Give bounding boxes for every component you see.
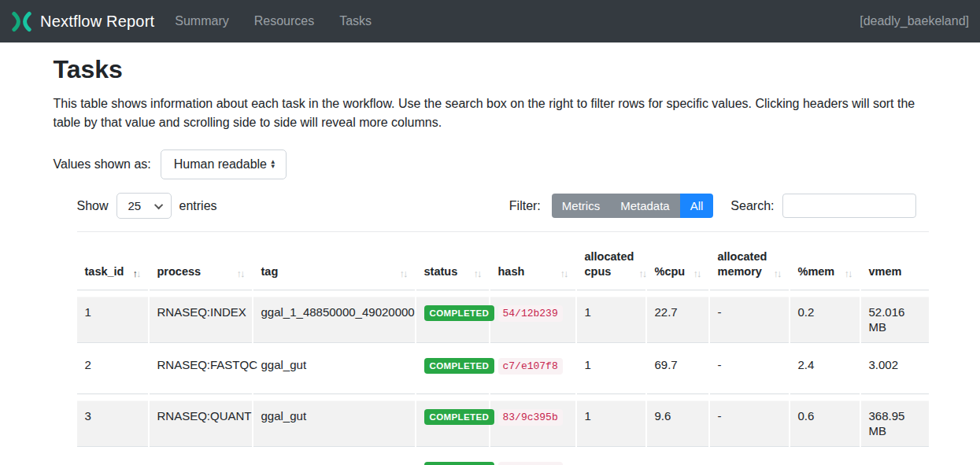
values-shown-selected: Human readable [174, 157, 267, 172]
cell-pct-mem: 1.4 [790, 447, 860, 465]
navbar-links: Summary Resources Tasks [175, 14, 860, 28]
column-header[interactable]: hash ↑↓ [490, 232, 576, 290]
cell-hash: c7/e107f8 [490, 343, 576, 394]
cell-tag: - [253, 447, 416, 465]
entries-length-select[interactable]: 25 [116, 193, 172, 219]
search-label: Search: [730, 199, 774, 213]
select-updown-icon: ▲▼ [270, 160, 276, 169]
cell-allocated-memory: - [709, 343, 790, 394]
nav-link[interactable]: Tasks [339, 14, 372, 28]
cell-tag: ggal_gut [253, 343, 416, 394]
navbar-brand[interactable]: Nextflow Report [11, 11, 154, 32]
filter-button-group: Metrics Metadata All [552, 194, 714, 218]
cell-pct-cpu: 9.6 [646, 394, 709, 447]
page-title: Tasks [54, 55, 927, 84]
column-header[interactable]: allocated cpus ↑↓ [576, 232, 646, 290]
column-header[interactable]: allocated memory ↑↓ [709, 232, 790, 290]
search-input[interactable] [782, 194, 916, 218]
filter-button[interactable]: Metadata [610, 194, 680, 218]
sort-icon: ↑↓ [634, 268, 645, 279]
column-header[interactable]: tag ↑↓ [253, 232, 416, 290]
cell-task-id: 2 [77, 343, 149, 394]
sort-icon: ↑↓ [689, 268, 701, 279]
cell-tag: ggal_1_48850000_49020000 [253, 290, 416, 343]
cell-pct-cpu: 42.8 [646, 447, 709, 465]
cell-tag: ggal_gut [253, 394, 416, 447]
cell-pct-cpu: 22.7 [646, 290, 709, 343]
page-description: This table shows information about each … [54, 94, 927, 132]
hash-code: 94/c235e1 [498, 462, 563, 465]
cell-process: RNASEQ:FASTQC [149, 343, 253, 394]
column-header[interactable]: process ↑↓ [149, 232, 253, 290]
cell-pct-mem: 0.2 [790, 290, 860, 343]
cell-pct-cpu: 69.7 [646, 343, 709, 394]
cell-status: COMPLETED [416, 394, 490, 447]
values-shown-label: Values shown as: [54, 157, 151, 172]
tasks-tbody: 1 RNASEQ:INDEX ggal_1_48850000_49020000 … [77, 290, 929, 465]
cell-task-id: 3 [77, 394, 149, 447]
sort-icon: ↑↓ [232, 268, 244, 279]
filter-button[interactable]: Metrics [552, 194, 610, 218]
cell-allocated-cpus: 1 [576, 447, 646, 465]
cell-allocated-memory: - [709, 394, 790, 447]
column-header[interactable]: %mem ↑↓ [790, 232, 860, 290]
cell-process: RNASEQ:QUANT [149, 394, 253, 447]
cell-allocated-memory: - [709, 290, 790, 343]
cell-hash: 94/c235e1 [490, 447, 576, 465]
tasks-table-scroll-area[interactable]: task_id ↑↓ process ↑↓ tag ↑↓ status ↑↓ h… [77, 231, 929, 465]
cell-status: COMPLETED [416, 343, 490, 394]
chevron-down-icon [153, 200, 162, 209]
table-row: 2 RNASEQ:FASTQC ggal_gut COMPLETED c7/e1… [77, 343, 929, 394]
header-row: task_id ↑↓ process ↑↓ tag ↑↓ status ↑↓ h… [77, 232, 929, 290]
cell-task-id: 4 [77, 447, 149, 465]
sort-icon: ↑↓ [840, 268, 852, 279]
sort-icon: ↑↓ [128, 268, 140, 279]
column-header[interactable]: %cpu ↑↓ [646, 232, 709, 290]
show-label: Show [77, 199, 109, 213]
nav-link[interactable]: Resources [254, 14, 314, 28]
tasks-table: task_id ↑↓ process ↑↓ tag ↑↓ status ↑↓ h… [77, 232, 929, 465]
cell-vmem: 571.58 MB [860, 447, 929, 465]
cell-vmem: 3.002 [860, 343, 929, 394]
table-row: 1 RNASEQ:INDEX ggal_1_48850000_49020000 … [77, 290, 929, 343]
hash-code: 54/12b239 [498, 305, 563, 322]
status-badge: COMPLETED [424, 409, 495, 425]
cell-allocated-cpus: 1 [576, 290, 646, 343]
top-navbar: Nextflow Report Summary Resources Tasks … [0, 0, 980, 42]
table-row: 3 RNASEQ:QUANT ggal_gut COMPLETED 83/9c3… [77, 394, 929, 447]
cell-status: COMPLETED [416, 290, 490, 343]
sort-icon: ↑↓ [469, 268, 481, 279]
run-name: [deadly_baekeland] [860, 14, 969, 28]
brand-title: Nextflow Report [40, 13, 154, 31]
cell-task-id: 1 [77, 290, 149, 343]
entries-length-selected: 25 [128, 199, 142, 212]
column-header[interactable]: status ↑↓ [416, 232, 490, 290]
sort-icon: ↑↓ [395, 268, 407, 279]
cell-hash: 54/12b239 [490, 290, 576, 343]
filter-label: Filter: [509, 199, 541, 213]
hash-code: c7/e107f8 [498, 358, 563, 375]
hash-code: 83/9c395b [498, 409, 563, 426]
cell-process: MULTIQC [149, 447, 253, 465]
column-header[interactable]: task_id ↑↓ [77, 232, 149, 290]
table-row: 4 MULTIQC - COMPLETED 94/c235e1 1 42.8 -… [77, 447, 929, 465]
cell-hash: 83/9c395b [490, 394, 576, 447]
entries-label: entries [179, 199, 217, 213]
nav-link[interactable]: Summary [175, 14, 228, 28]
status-badge: COMPLETED [424, 462, 495, 465]
sort-icon: ↑↓ [769, 268, 781, 279]
cell-pct-mem: 0.6 [790, 394, 860, 447]
nextflow-logo-icon [11, 11, 32, 32]
status-badge: COMPLETED [424, 305, 495, 321]
cell-allocated-cpus: 1 [576, 394, 646, 447]
cell-vmem: 368.95 MB [860, 394, 929, 447]
cell-pct-mem: 2.4 [790, 343, 860, 394]
filter-button[interactable]: All [680, 194, 714, 218]
status-badge: COMPLETED [424, 358, 495, 374]
cell-status: COMPLETED [416, 447, 490, 465]
cell-allocated-memory: - [709, 447, 790, 465]
cell-allocated-cpus: 1 [576, 343, 646, 394]
values-shown-select[interactable]: Human readable ▲▼ [161, 149, 287, 179]
cell-vmem: 52.016 MB [860, 290, 929, 343]
column-header[interactable]: vmem ↑↓ [860, 232, 929, 290]
